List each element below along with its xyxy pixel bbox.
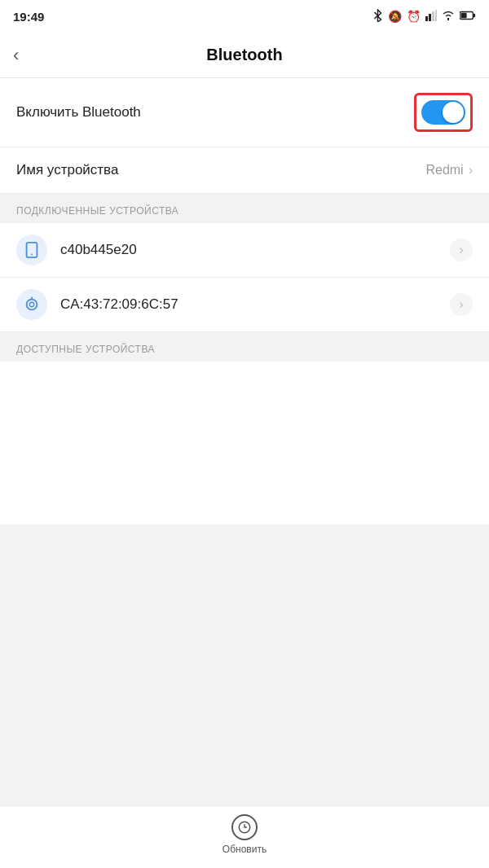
available-section-label: ДОСТУПНЫЕ УСТРОЙСТВА	[0, 332, 489, 362]
svg-rect-5	[474, 14, 475, 18]
svg-rect-2	[432, 11, 434, 21]
bluetooth-toggle-label: Включить Bluetooth	[16, 104, 141, 121]
device-name-chevron: ›	[469, 163, 473, 178]
bottom-bar: Обновить	[0, 805, 489, 868]
connected-section-label: ПОДКЛЮЧЕННЫЕ УСТРОЙСТВА	[0, 194, 489, 223]
status-icons: 🔕 ⏰	[372, 9, 476, 24]
device-name-text: c40b445e20	[60, 242, 437, 258]
device-name-value: Redmi	[425, 163, 463, 178]
status-bar: 19:49 🔕 ⏰	[0, 0, 489, 33]
alarm-icon: ⏰	[407, 10, 421, 23]
svg-rect-6	[460, 13, 466, 18]
bluetooth-toggle-highlight	[414, 93, 473, 132]
svg-point-9	[27, 300, 37, 310]
back-button[interactable]: ‹	[13, 45, 19, 66]
svg-rect-0	[425, 16, 428, 21]
main-content: Включить Bluetooth Имя устройства Redmi …	[0, 78, 489, 590]
device-name-row[interactable]: Имя устройства Redmi ›	[0, 147, 489, 194]
svg-rect-3	[435, 10, 437, 21]
available-devices-area	[0, 362, 489, 524]
bluetooth-toggle-section: Включить Bluetooth Имя устройства Redmi …	[0, 78, 489, 194]
status-time: 19:49	[13, 10, 44, 24]
bluetooth-status-icon	[372, 9, 383, 24]
header: ‹ Bluetooth	[0, 33, 489, 78]
device-name-right: Redmi ›	[425, 163, 473, 178]
bluetooth-toggle-row: Включить Bluetooth	[0, 78, 489, 147]
table-row[interactable]: CA:43:72:09:6C:57 ›	[0, 278, 489, 332]
svg-point-8	[31, 254, 33, 256]
refresh-icon[interactable]	[231, 814, 258, 840]
device-phone-icon	[16, 235, 47, 265]
page-title: Bluetooth	[206, 46, 282, 64]
svg-point-10	[29, 302, 34, 307]
battery-icon	[460, 10, 476, 23]
refresh-label: Обновить	[222, 844, 267, 855]
device-chevron-icon: ›	[450, 293, 473, 316]
device-chevron-icon: ›	[450, 239, 473, 261]
connected-devices-list: c40b445e20 › CA:43:72:09:6C:57 ›	[0, 223, 489, 332]
device-name-text: CA:43:72:09:6C:57	[60, 296, 437, 313]
bluetooth-toggle[interactable]	[421, 100, 465, 125]
signal-icon	[425, 10, 437, 24]
table-row[interactable]: c40b445e20 ›	[0, 223, 489, 278]
bell-mute-icon: 🔕	[388, 10, 402, 23]
toggle-knob	[443, 102, 464, 123]
device-name-label: Имя устройства	[16, 162, 118, 178]
device-ring-icon	[16, 289, 47, 320]
svg-rect-1	[429, 14, 431, 21]
wifi-icon	[442, 10, 455, 23]
